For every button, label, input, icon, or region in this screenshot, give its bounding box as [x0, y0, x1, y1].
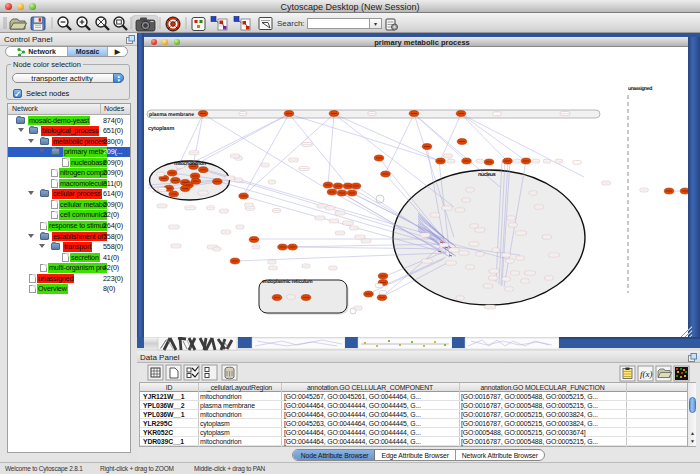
svg-text:nucleus: nucleus [478, 172, 496, 178]
svg-text:f(x): f(x) [640, 369, 653, 379]
svg-text:mitochondrion: mitochondrion [174, 161, 206, 167]
svg-text:plasma membrane: plasma membrane [149, 112, 194, 118]
svg-text:endoplasmic reticulum: endoplasmic reticulum [262, 279, 313, 285]
svg-text:unassigned: unassigned [628, 86, 652, 92]
svg-text:cytoplasm: cytoplasm [148, 126, 175, 132]
